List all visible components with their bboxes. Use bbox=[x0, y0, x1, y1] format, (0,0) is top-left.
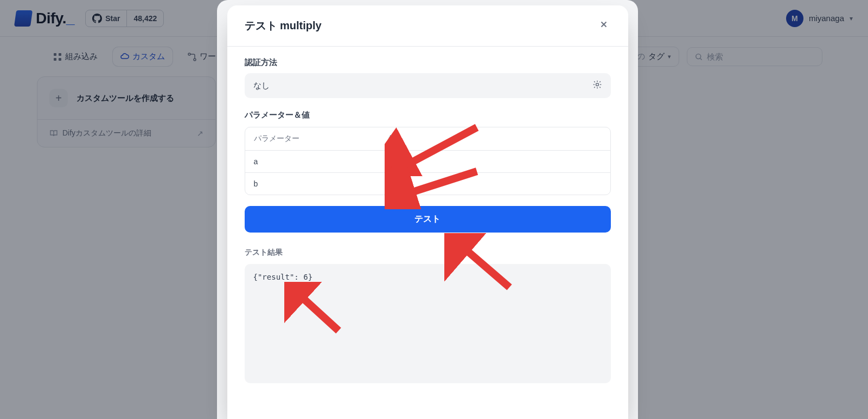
gear-icon bbox=[592, 80, 602, 89]
close-button[interactable] bbox=[597, 17, 611, 34]
test-tool-modal: テスト multiply 認証方法 なし パラメーター＆値 パラメーター bbox=[227, 5, 628, 419]
results-output: {"result": 6} bbox=[245, 264, 611, 383]
modal-back-sheet: テスト multiply 認証方法 なし パラメーター＆値 パラメーター bbox=[217, 0, 638, 419]
params-section-label: パラメーター＆値 bbox=[245, 110, 611, 120]
modal-title: テスト multiply bbox=[245, 18, 322, 33]
params-table: パラメーター 値 a 2 b 3 bbox=[245, 127, 611, 195]
results-section-label: テスト結果 bbox=[245, 248, 611, 257]
param-value-input[interactable]: 3 bbox=[380, 173, 610, 195]
param-row: b 3 bbox=[245, 173, 610, 195]
param-row: a 2 bbox=[245, 151, 610, 173]
auth-value-text: なし bbox=[253, 81, 270, 91]
modal-header: テスト multiply bbox=[227, 5, 628, 47]
svg-point-7 bbox=[596, 83, 598, 86]
results-text: {"result": 6} bbox=[253, 273, 313, 281]
param-value-input[interactable]: 2 bbox=[380, 151, 610, 172]
param-header-value: 値 bbox=[380, 127, 610, 150]
auth-settings-button[interactable] bbox=[592, 80, 602, 92]
param-name: a bbox=[245, 151, 380, 172]
auth-section-label: 認証方法 bbox=[245, 57, 611, 68]
auth-method-box[interactable]: なし bbox=[245, 73, 611, 98]
close-icon bbox=[599, 20, 609, 29]
param-name: b bbox=[245, 173, 380, 195]
modal-stack: テスト multiply 認証方法 なし パラメーター＆値 パラメーター bbox=[217, 0, 638, 419]
modal-body: 認証方法 なし パラメーター＆値 パラメーター 値 a 2 bbox=[227, 47, 628, 401]
test-button[interactable]: テスト bbox=[245, 206, 611, 233]
params-table-header: パラメーター 値 bbox=[245, 127, 610, 151]
param-header-name: パラメーター bbox=[245, 127, 380, 150]
